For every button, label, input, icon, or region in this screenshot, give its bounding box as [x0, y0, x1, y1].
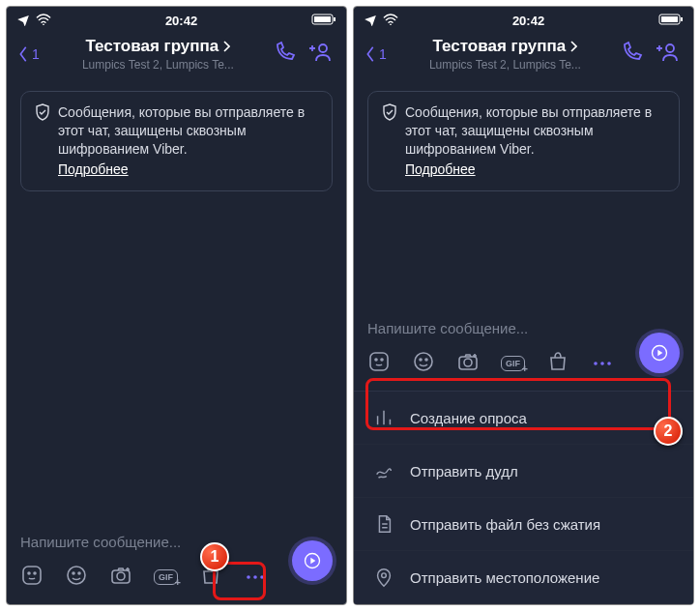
svg-point-34	[382, 573, 387, 578]
chat-subtitle: Lumpics Test 2, Lumpics Te...	[49, 58, 267, 72]
svg-point-11	[78, 572, 80, 574]
svg-point-13	[117, 572, 125, 580]
back-button[interactable]: 1	[13, 42, 44, 67]
wifi-icon	[36, 14, 51, 28]
wifi-icon	[383, 14, 398, 28]
camera-icon[interactable]	[109, 564, 132, 591]
menu-send-location[interactable]: Отправить местоположение	[354, 551, 693, 604]
shop-icon[interactable]	[546, 350, 569, 377]
attachment-row: GIF+	[7, 556, 346, 604]
more-icon[interactable]	[244, 568, 267, 586]
svg-rect-6	[23, 567, 41, 584]
back-button[interactable]: 1	[360, 42, 391, 67]
svg-point-0	[43, 24, 44, 25]
svg-point-25	[381, 359, 383, 361]
doodle-icon	[373, 460, 394, 481]
notice-more-link[interactable]: Подробнее	[58, 160, 129, 179]
svg-point-8	[34, 572, 36, 574]
airplane-icon	[16, 13, 30, 29]
more-icon[interactable]	[591, 355, 614, 372]
svg-point-15	[253, 575, 257, 579]
chevron-right-icon	[569, 41, 577, 52]
chat-title: Тестовая группа	[86, 37, 219, 56]
attachment-menu: Создание опроса Отправить дудл Отправить…	[354, 391, 693, 604]
svg-point-33	[607, 362, 611, 365]
svg-point-7	[28, 572, 30, 574]
svg-point-24	[375, 359, 377, 361]
step-badge-1: 1	[200, 542, 229, 571]
nav-bar: 1 Тестовая группа Lumpics Test 2, Lumpic…	[354, 31, 693, 81]
encryption-notice: Сообщения, которые вы отправляете в этот…	[367, 91, 680, 191]
gif-icon[interactable]: GIF+	[154, 569, 178, 585]
svg-point-16	[260, 575, 264, 579]
menu-send-file[interactable]: Отправить файл без сжатия	[354, 498, 693, 551]
chevron-right-icon	[222, 41, 230, 52]
emoji-icon[interactable]	[65, 564, 88, 591]
status-bar: 20:42	[7, 7, 346, 31]
airplane-icon	[364, 13, 377, 29]
svg-rect-23	[370, 353, 388, 370]
svg-point-4	[319, 44, 327, 52]
chat-title-block[interactable]: Тестовая группа Lumpics Test 2, Lumpics …	[396, 37, 614, 72]
encryption-notice: Сообщения, которые вы отправляете в этот…	[20, 91, 333, 191]
svg-point-17	[390, 24, 392, 25]
sticker-icon[interactable]	[20, 564, 44, 591]
svg-rect-2	[314, 16, 331, 22]
message-placeholder: Напишите сообщение...	[20, 534, 181, 550]
file-icon	[373, 513, 394, 535]
call-button[interactable]	[273, 41, 296, 68]
status-time: 20:42	[398, 14, 658, 28]
menu-send-doodle[interactable]: Отправить дудл	[354, 445, 693, 498]
call-button[interactable]	[620, 41, 643, 68]
svg-point-21	[666, 44, 674, 52]
add-user-button[interactable]	[309, 41, 335, 68]
chat-title-block[interactable]: Тестовая группа Lumpics Test 2, Lumpics …	[49, 37, 267, 72]
svg-point-10	[73, 572, 74, 574]
battery-icon	[658, 14, 684, 28]
notice-text: Сообщения, которые вы отправляете в этот…	[58, 104, 305, 157]
sticker-icon[interactable]	[367, 350, 391, 377]
svg-point-31	[594, 362, 598, 365]
svg-rect-20	[681, 17, 683, 21]
shield-icon	[35, 103, 50, 126]
status-time: 20:42	[51, 14, 311, 28]
location-icon	[373, 567, 394, 588]
camera-icon[interactable]	[456, 350, 480, 377]
shield-icon	[382, 103, 397, 126]
attachment-row: GIF+	[354, 342, 693, 391]
status-bar: 20:42	[354, 7, 693, 31]
svg-point-28	[425, 359, 427, 361]
svg-rect-19	[661, 16, 678, 22]
gif-icon[interactable]: GIF+	[501, 356, 525, 371]
add-user-button[interactable]	[656, 41, 682, 68]
chat-area: Сообщения, которые вы отправляете в этот…	[354, 81, 693, 197]
back-count: 1	[32, 46, 40, 62]
chat-area: Сообщения, которые вы отправляете в этот…	[7, 81, 346, 524]
step-badge-2: 2	[654, 417, 683, 446]
svg-point-26	[415, 353, 432, 370]
nav-bar: 1 Тестовая группа Lumpics Test 2, Lumpic…	[7, 31, 346, 81]
svg-point-14	[247, 575, 250, 579]
svg-point-9	[68, 567, 85, 584]
poll-icon	[373, 407, 394, 428]
message-input[interactable]: Напишите сообщение...	[354, 310, 693, 342]
svg-rect-3	[334, 17, 335, 21]
svg-point-32	[600, 362, 604, 365]
battery-icon	[311, 14, 336, 28]
emoji-icon[interactable]	[412, 350, 435, 377]
notice-more-link[interactable]: Подробнее	[405, 160, 476, 179]
menu-create-poll[interactable]: Создание опроса	[354, 392, 693, 445]
svg-point-30	[464, 359, 472, 366]
svg-point-27	[420, 359, 422, 361]
